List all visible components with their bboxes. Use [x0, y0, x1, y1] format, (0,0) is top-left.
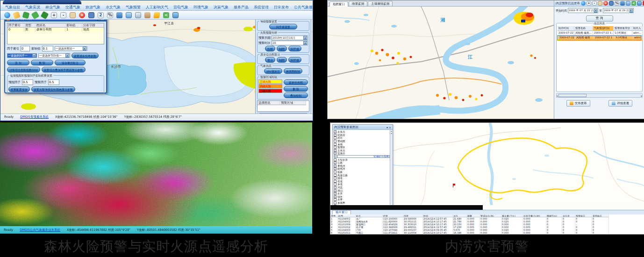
menu-item[interactable]: 公共气象服务网 — [294, 5, 313, 9]
warning-factor-input[interactable] — [48, 79, 59, 85]
menu-item[interactable]: 环境气象 — [193, 5, 208, 9]
layer-checkbox[interactable] — [334, 136, 336, 139]
layer-checkbox[interactable] — [334, 143, 336, 146]
menu-item[interactable]: 水文气象 — [106, 5, 121, 9]
layer-checkbox[interactable] — [334, 201, 336, 204]
layer-item[interactable]: 警戒图 — [334, 140, 390, 143]
layer-checkbox[interactable] — [334, 140, 336, 143]
layer-checkbox[interactable]: ✓ — [334, 130, 336, 133]
layers-icon[interactable] — [116, 12, 122, 18]
minimize-button[interactable]: ▁ — [95, 20, 100, 21]
menu-item[interactable]: 人工影响天气 — [146, 5, 168, 9]
factor-index-input[interactable] — [21, 46, 30, 51]
layer-item[interactable]: 乡镇 — [334, 143, 390, 146]
warning-info-table[interactable]: 制作时间预警名称气象预报时间预警雨量类型制作人2009-07-22 1...风险… — [558, 26, 641, 40]
table-row[interactable]: 0面森林分布图1地类 — [7, 28, 104, 32]
zoom-in-icon[interactable]: + — [587, 1, 591, 6]
layer-item[interactable]: 预警区 — [334, 146, 390, 149]
layer-checkbox[interactable] — [334, 174, 336, 177]
panel-button[interactable]: 删 除 — [284, 86, 308, 92]
set-color-button[interactable]: 设置火险等级划分颜色显示参数 — [31, 86, 75, 92]
layer-item[interactable]: ✓水系点 — [334, 130, 390, 134]
view-detail-button[interactable]: 详情查看 — [608, 100, 632, 107]
doc-window-icon[interactable]: 2 — [98, 12, 104, 18]
monitor-icon[interactable] — [88, 12, 94, 18]
layer-checkbox[interactable] — [334, 198, 336, 201]
layer-checkbox[interactable]: ✓ — [334, 152, 336, 155]
menu-item[interactable]: 旅游气象 — [86, 5, 100, 9]
menu-item[interactable]: 气象预警 — [126, 5, 141, 9]
map-tab[interactable]: 土壤墒情监测 — [368, 1, 393, 6]
back-arrow-icon[interactable]: < — [163, 12, 169, 18]
delete-button[interactable]: 删 除 — [31, 60, 53, 65]
layer-item[interactable]: ✓村政府 — [334, 134, 390, 137]
map-tab[interactable]: 地图窗口 — [329, 1, 348, 7]
fire-level-chip[interactable]: 四级火险 — [258, 84, 282, 88]
layer-checkbox[interactable]: ✓ — [334, 195, 336, 198]
save-weight-button[interactable]: 权重配置保存 — [8, 86, 30, 92]
layers-panel-titlebar[interactable]: 内涝预警要素图层 ▾× — [333, 125, 393, 130]
window-title-tab[interactable] — [3, 0, 81, 4]
panel-button[interactable]: 森林分布图 — [284, 79, 308, 85]
menu-item[interactable]: 雷电气象 — [173, 5, 188, 9]
layer-checkbox[interactable]: ✓ — [334, 192, 336, 195]
ruler-icon[interactable] — [13, 11, 21, 19]
factor-table[interactable]: 因子索引类型图层名影响值分析字段0面森林分布图1地类 — [7, 23, 104, 44]
layer-item[interactable]: 县界 — [334, 198, 390, 201]
factor-select[interactable]: 一请选择因子一▾ — [7, 53, 37, 58]
layer-checkbox[interactable]: ✓ — [335, 155, 337, 158]
panel-button[interactable]: 色斑图绘制 — [284, 68, 302, 74]
image-icon[interactable] — [126, 12, 132, 18]
layer-checkbox[interactable]: ✓ — [334, 161, 336, 164]
satellite-image[interactable] — [0, 122, 312, 226]
layer-item[interactable]: ✓监测点 — [334, 152, 390, 155]
layer-item[interactable]: ✓文体点 — [334, 149, 390, 152]
horizontal-scrollbar[interactable]: ◂▸ — [556, 93, 643, 98]
add-button[interactable]: 添 加 — [7, 60, 29, 65]
stop-icon[interactable]: × — [79, 12, 85, 18]
zoom-select-icon[interactable]: % — [107, 12, 113, 18]
factor-setting-button[interactable]: 因子值设置 — [269, 24, 297, 29]
station-map[interactable] — [393, 123, 644, 205]
menu-item[interactable]: 气象实况 — [25, 5, 40, 9]
panel-button[interactable]: 制图 — [277, 46, 287, 51]
output-window-tab[interactable]: 输出窗口 — [332, 210, 351, 214]
save-best-button[interactable]: 保存最优组合 — [55, 60, 86, 65]
layer-select[interactable]: 一请选择图层一▾ — [55, 46, 87, 51]
layers-icon[interactable] — [620, 1, 625, 6]
table-row[interactable]: 2009-07-22 1风险图-暴雨2009-07-22 13小时降水admin — [558, 36, 641, 40]
panel-button[interactable]: abc值标注 — [264, 68, 282, 74]
stop-icon[interactable]: × — [603, 1, 608, 6]
bird-icon[interactable] — [22, 11, 30, 19]
close-icon[interactable]: × — [389, 126, 391, 129]
globe-icon[interactable] — [4, 12, 10, 18]
menu-item[interactable]: 服务产品 — [234, 5, 249, 9]
date-from-picker[interactable]: 2009 年 07 月 22 日▾ — [568, 8, 598, 13]
panel-titlebar[interactable]: 内涝预警信息发布 +-×%<× — [554, 0, 644, 7]
fly-up-icon[interactable] — [31, 11, 40, 19]
layer-item[interactable]: ✓单线河 — [334, 164, 390, 168]
forecast-factor-input[interactable] — [22, 79, 33, 85]
date-to-picker[interactable]: 2009 年 07 月 29 日▾ — [603, 8, 633, 13]
fly-down-icon[interactable] — [41, 11, 49, 19]
zoom-in-icon[interactable]: + — [51, 12, 57, 18]
layer-item[interactable]: ✓水库 — [334, 192, 390, 195]
menu-item[interactable]: 气象信息 — [5, 5, 20, 9]
station-output-table[interactable]: 序号站号站名经度纬度时间水位雨量警戒水位(米)蓄水量(万方)出库流量(方/秒)降… — [330, 214, 644, 234]
layer-checkbox[interactable]: ✓ — [334, 189, 336, 192]
publish-file-button[interactable]: 文件发布 — [566, 100, 590, 107]
set-distribution-button[interactable]: 设置潜在分布参数 — [72, 53, 99, 58]
set-overlay-button[interactable]: 设置综合叠加因子图层显示参数 — [42, 67, 86, 72]
layer-item[interactable]: ✓公路 — [334, 161, 390, 164]
export-icon[interactable] — [144, 12, 150, 18]
layer-item[interactable]: 高速公路 — [334, 173, 390, 177]
field-select[interactable]: 一请选择字段值一▾ — [38, 53, 70, 58]
query-button[interactable]: 查 询 — [586, 15, 613, 21]
table-row[interactable]: 661101011牛路口111.87241130.1100042014/12/4… — [330, 231, 644, 234]
menu-item[interactable]: 林业气象 — [45, 5, 60, 9]
layer-item[interactable]: 村庄 — [334, 136, 390, 140]
zoom-out-icon[interactable]: - — [592, 1, 597, 6]
layer-checkbox[interactable]: ✓ — [334, 186, 336, 189]
flag-icon[interactable] — [153, 12, 160, 18]
layer-item[interactable]: ✓监测站分布图 — [334, 155, 390, 158]
